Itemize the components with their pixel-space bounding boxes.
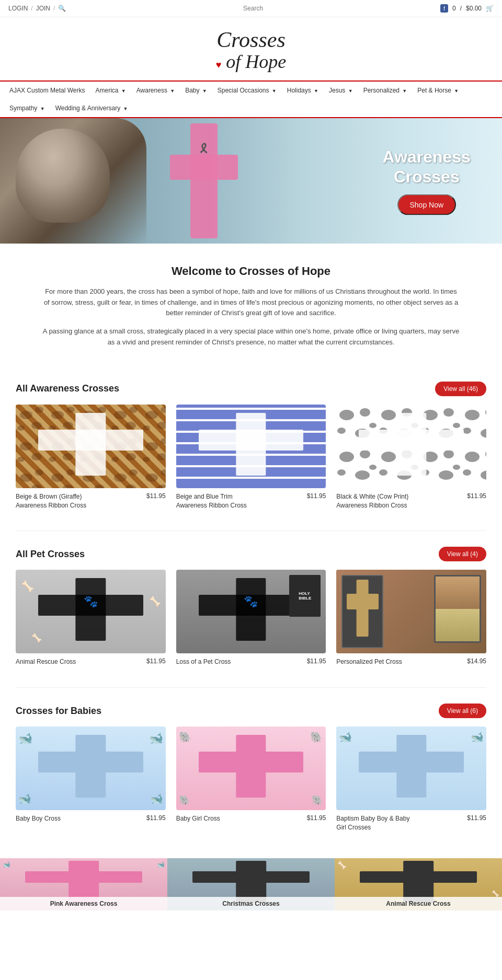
teaser-label-christmas: Christmas Crosses [167, 897, 335, 910]
hero-text-area: Awareness Crosses Shop Now [383, 146, 471, 215]
hero-title: Awareness Crosses [383, 146, 471, 187]
nav-item-personalized[interactable]: Personalized ▼ [358, 82, 413, 99]
product-card-blue-stripes[interactable]: Beige and Blue TrimAwareness Ribbon Cros… [176, 405, 326, 510]
teaser-animal-rescue[interactable]: 🦴 🦴 Animal Rescue Cross [335, 858, 502, 910]
cross-overlay-baby-girl [176, 727, 326, 810]
paw-icon: 🐾 [84, 595, 98, 608]
hero-cross: 🎗 [178, 123, 230, 238]
cart-icon[interactable]: 🛒 [486, 5, 494, 12]
product-price-baptism: $11.95 [467, 814, 486, 822]
product-info-loss-pet: Loss of a Pet Cross $11.95 [176, 658, 326, 666]
cross-h-frame [347, 594, 379, 609]
bible-book: HOLYBIBLE [289, 575, 321, 617]
product-image-baptism: 🐋 🐋 [336, 727, 486, 810]
welcome-paragraph2: A passing glance at a small cross, strat… [42, 326, 460, 348]
awareness-view-all-button[interactable]: View all (46) [435, 382, 486, 396]
product-price-giraffe: $11.95 [146, 492, 166, 500]
product-card-pers-pet[interactable]: Personalized Pet Cross $14.95 [336, 570, 486, 666]
product-price-baby-boy: $11.95 [146, 814, 166, 822]
product-price-cow: $11.95 [467, 492, 486, 500]
product-image-giraffe [16, 405, 166, 488]
product-name-blue: Beige and Blue TrimAwareness Ribbon Cros… [176, 492, 307, 510]
logo[interactable]: Crosses ♥ of Hope [216, 28, 287, 73]
cart-count: 0 [452, 5, 456, 12]
teaser-label-pink: Pink Awareness Cross [0, 897, 167, 910]
pet-section: All Pet Crosses View all (4) 🦴 🦴 🦴 🐾 Ani… [0, 536, 502, 682]
product-info-baby-boy: Baby Boy Cross $11.95 [16, 814, 166, 823]
product-info-baptism: Baptism Baby Boy & BabyGirl Crosses $11.… [336, 814, 486, 832]
product-image-loss-pet: 🐾 HOLYBIBLE [176, 570, 326, 653]
cross-h-cow [359, 430, 464, 451]
top-bar-left: LOGIN / JOIN / 🔍 [8, 5, 66, 12]
baby-view-all-button[interactable]: View all (6) [439, 704, 486, 718]
product-name-baby-girl: Baby Girl Cross [176, 814, 307, 823]
shop-now-button[interactable]: Shop Now [397, 194, 457, 215]
paw-icon2: 🐾 [244, 595, 258, 608]
frame-top [436, 577, 480, 609]
cross-frame [341, 575, 383, 648]
cross-overlay-animal: 🐾 [16, 570, 166, 653]
login-link[interactable]: LOGIN [8, 5, 28, 12]
product-card-animal-rescue[interactable]: 🦴 🦴 🦴 🐾 Animal Rescue Cross $11.95 [16, 570, 166, 666]
product-name-baptism: Baptism Baby Boy & BabyGirl Crosses [336, 814, 467, 832]
product-price-animal-rescue: $11.95 [146, 658, 166, 665]
product-card-baptism[interactable]: 🐋 🐋 Baptism Baby Boy & BabyGirl Crosses … [336, 727, 486, 832]
teaser-cross-h-xmas [192, 871, 310, 883]
cross-overlay-baby-boy [16, 727, 166, 810]
nav-item-special[interactable]: Special Occasions ▼ [212, 82, 282, 99]
baby-section: Crosses for Babies View all (6) 🐋 🐋 🐋 🐋 … [0, 693, 502, 848]
divider2 [16, 687, 486, 688]
product-card-loss-pet[interactable]: 🐾 HOLYBIBLE Loss of a Pet Cross $11.95 [176, 570, 326, 666]
baby-section-title: Crosses for Babies [16, 706, 101, 717]
product-price-baby-girl: $11.95 [307, 814, 326, 822]
ribbon-icon: 🎗 [198, 142, 210, 156]
nav-item-wedding[interactable]: Wedding & Anniversary ▼ [50, 99, 133, 117]
logo-line1: Crosses [216, 28, 285, 52]
product-price-loss-pet: $11.95 [307, 658, 326, 665]
product-name-cow: Black & White (Cow Print)Awareness Ribbo… [336, 492, 467, 510]
cross-h-baby-boy [38, 752, 143, 773]
product-image-baby-girl: 🐘 🐘 🐘 🐘 [176, 727, 326, 810]
cross-h-blue [199, 430, 304, 451]
main-nav: AJAX Custom Metal Werks America ▼ Awaren… [0, 80, 502, 118]
nav-list: AJAX Custom Metal Werks America ▼ Awaren… [0, 82, 502, 117]
top-bar-right: f 0 / $0.00 🛒 [440, 4, 494, 13]
nav-item-america[interactable]: America ▼ [90, 82, 131, 99]
pet-view-all-button[interactable]: View all (4) [439, 547, 486, 561]
nav-item-awareness[interactable]: Awareness ▼ [131, 82, 180, 99]
product-price-blue: $11.95 [307, 492, 326, 500]
cross-overlay-cow [336, 405, 486, 488]
divider1 [16, 531, 486, 531]
product-name-loss-pet: Loss of a Pet Cross [176, 658, 307, 666]
cross-overlay-blue [176, 405, 326, 488]
welcome-title: Welcome to Crosses of Hope [42, 264, 460, 278]
cart-price: $0.00 [466, 5, 482, 12]
nav-item-jesus[interactable]: Jesus ▼ [324, 82, 358, 99]
product-card-cow[interactable]: Black & White (Cow Print)Awareness Ribbo… [336, 405, 486, 510]
welcome-paragraph1: For more than 2000 years, the cross has … [42, 286, 460, 319]
product-card-giraffe[interactable]: Beige & Brown (Giraffe)Awareness Ribbon … [16, 405, 166, 510]
product-info-blue: Beige and Blue TrimAwareness Ribbon Cros… [176, 492, 326, 510]
join-link[interactable]: JOIN [36, 5, 50, 12]
product-card-baby-boy[interactable]: 🐋 🐋 🐋 🐋 Baby Boy Cross $11.95 [16, 727, 166, 832]
frame-bottom [436, 609, 480, 641]
pet-section-title: All Pet Crosses [16, 549, 85, 560]
nav-item-pet[interactable]: Pet & Horse ▼ [412, 82, 464, 99]
nav-item-ajax[interactable]: AJAX Custom Metal Werks [4, 82, 90, 99]
logo-area: Crosses ♥ of Hope [0, 17, 502, 80]
teaser-cross-h-animal [360, 871, 477, 883]
product-card-baby-girl[interactable]: 🐘 🐘 🐘 🐘 Baby Girl Cross $11.95 [176, 727, 326, 832]
frame-outer [434, 575, 481, 643]
product-name-animal-rescue: Animal Rescue Cross [16, 658, 146, 666]
product-info-baby-girl: Baby Girl Cross $11.95 [176, 814, 326, 823]
teaser-christmas[interactable]: Christmas Crosses [167, 858, 335, 910]
product-image-baby-boy: 🐋 🐋 🐋 🐋 [16, 727, 166, 810]
facebook-icon[interactable]: f [440, 4, 448, 13]
teaser-pink-awareness[interactable]: 🐋 🐋 Pink Awareness Cross [0, 858, 167, 910]
cross-overlay-giraffe [16, 405, 166, 488]
nav-item-sympathy[interactable]: Sympathy ▼ [4, 99, 50, 117]
nav-item-holidays[interactable]: Holidays ▼ [282, 82, 324, 99]
product-image-animal-rescue: 🦴 🦴 🦴 🐾 [16, 570, 166, 653]
nav-item-baby[interactable]: Baby ▼ [180, 82, 212, 99]
product-image-pers-pet [336, 570, 486, 653]
